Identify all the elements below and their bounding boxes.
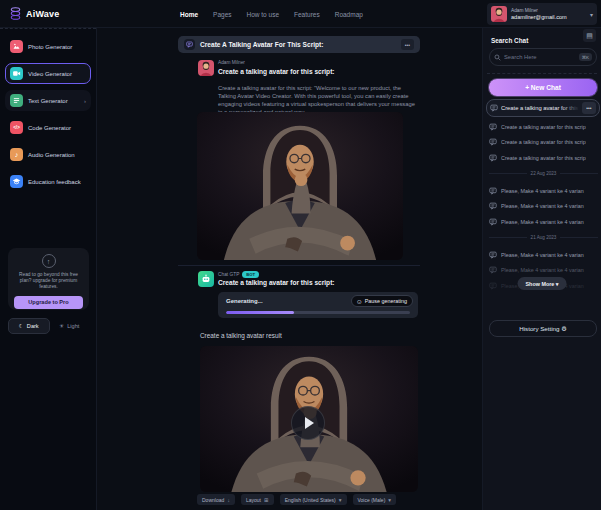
nav-features[interactable]: Features <box>294 11 320 18</box>
left-sidebar: Photo Generator Video Generator Text Gen… <box>0 28 97 510</box>
sidebar-item-video-generator[interactable]: Video Generator <box>5 63 91 84</box>
history-item[interactable]: Please, Make 4 variant ke 4 varian <box>489 202 598 211</box>
light-mode-button[interactable]: ☀Light <box>50 318 90 334</box>
history-item[interactable]: Please, Make 4 variant ke 4 varian <box>489 266 598 275</box>
upgrade-text: Read to go beyond this free plan? upgrad… <box>14 272 83 290</box>
result-label: Create a talking avatar result <box>200 332 282 339</box>
sidebar-item-photo-generator[interactable]: Photo Generator <box>5 36 91 57</box>
chat-main: Create A Talking Avatar For This Script:… <box>97 28 482 510</box>
nav-how-to-use[interactable]: How to use <box>247 11 280 18</box>
avatar <box>491 6 507 22</box>
play-button[interactable] <box>291 406 325 440</box>
generating-card: Generating... ⊙ Pause generating <box>218 292 418 318</box>
pause-generating-button[interactable]: ⊙ Pause generating <box>351 295 413 307</box>
search-icon <box>494 54 501 61</box>
history-item[interactable]: Please, Make 4 variant ke 4 varian <box>489 250 598 259</box>
chat-icon <box>489 154 497 162</box>
history-date-divider: 21 Aug 2023 <box>489 233 598 242</box>
chat-title: Create A Talking Avatar For This Script: <box>200 41 323 48</box>
sidebar-item-label: Video Generator <box>28 71 72 77</box>
chevron-down-icon: ▾ <box>339 497 342 503</box>
active-chat-item[interactable]: Create a talking avatar for this scrip •… <box>486 99 600 117</box>
chat-icon <box>489 138 497 146</box>
user-email: adamilner@gmail.com <box>511 14 567 21</box>
generating-label: Generating... <box>226 298 263 304</box>
chat-icon <box>489 251 497 259</box>
sidebar-item-education-feedback[interactable]: Education feedback <box>5 171 91 192</box>
progress-fill <box>226 311 294 314</box>
sidebar-item-label: Text Generator <box>28 98 68 104</box>
chat-title-icon <box>184 39 195 50</box>
history-item[interactable]: Please, Make 4 variant ke 4 varian <box>489 217 598 226</box>
chat-title-bar: Create A Talking Avatar For This Script:… <box>178 36 420 53</box>
main-nav: Home Pages How to use Features Roadmap <box>180 0 363 28</box>
history-item[interactable]: Create a talking avatar for this scrip <box>489 138 598 147</box>
voice-select[interactable]: Voice (Male)▾ <box>353 494 397 505</box>
brand-name: AiWave <box>26 9 59 19</box>
sidebar-item-label: Education feedback <box>28 179 81 185</box>
nav-roadmap[interactable]: Roadmap <box>335 11 363 18</box>
sun-icon: ☀ <box>59 323 64 329</box>
result-actions: Download↓ Layout⊞ English (United States… <box>197 494 396 505</box>
dark-mode-button[interactable]: ☾Dark <box>8 318 50 334</box>
history-item[interactable]: Create a talking avatar for this scrip <box>489 122 598 131</box>
user-message-author: Adam Milner <box>218 60 245 65</box>
sidebar-item-code-generator[interactable]: </> Code Generator <box>5 117 91 138</box>
bot-avatar-icon <box>198 271 214 287</box>
message-divider <box>178 265 420 266</box>
upgrade-card: ↑ Read to go beyond this free plan? upgr… <box>8 248 89 310</box>
search-input[interactable] <box>504 54 576 60</box>
video-icon <box>10 67 23 80</box>
active-chat-label: Create a talking avatar for this scrip <box>501 105 579 111</box>
code-icon: </> <box>10 121 23 134</box>
chat-icon <box>490 104 498 112</box>
chat-icon <box>489 282 497 290</box>
sidebar-item-label: Audio Generation <box>28 152 75 158</box>
search-chat-heading: Search Chat <box>491 37 528 44</box>
download-icon: ↓ <box>227 497 230 503</box>
nav-pages[interactable]: Pages <box>213 11 231 18</box>
history-item[interactable]: Create a talking avatar for this scrip <box>489 153 598 162</box>
history-date-divider: 22 Aug 2023 <box>489 169 598 178</box>
layout-icon: ⊞ <box>264 497 269 503</box>
bot-badge: BOT <box>242 271 259 278</box>
pause-icon: ⊙ <box>357 298 362 305</box>
chat-icon <box>489 187 497 195</box>
chat-history-list: Create a talking avatar for this scrip C… <box>489 122 598 297</box>
chat-icon <box>489 202 497 210</box>
user-message-heading: Create a talking avatar for this script: <box>218 68 335 75</box>
new-chat-button[interactable]: + New Chat <box>489 79 597 96</box>
search-box: ⌘K <box>489 48 597 66</box>
history-setting-button[interactable]: History Setting ⚙ <box>489 320 597 337</box>
play-icon <box>305 417 314 429</box>
sidebar-item-label: Photo Generator <box>28 44 72 50</box>
history-item[interactable]: Please, Make 4 variant ke 4 varian <box>489 186 598 195</box>
arrow-up-icon: ↑ <box>42 254 56 268</box>
upgrade-to-pro-button[interactable]: Upgrade to Pro <box>14 296 83 309</box>
text-icon <box>10 94 23 107</box>
sidebar-item-audio-generation[interactable]: ♪ Audio Generation <box>5 144 91 165</box>
chat-item-menu-button[interactable]: ••• <box>582 102 596 114</box>
aiwave-logo-icon <box>9 6 22 21</box>
divider <box>487 73 597 74</box>
chevron-right-icon: › <box>84 98 86 104</box>
layout-button[interactable]: Layout⊞ <box>241 494 274 505</box>
search-shortcut-badge: ⌘K <box>579 53 592 61</box>
nav-home[interactable]: Home <box>180 11 198 18</box>
download-button[interactable]: Download↓ <box>197 494 235 505</box>
brand[interactable]: AiWave <box>9 6 59 21</box>
progress-bar <box>226 311 410 314</box>
show-more-button[interactable]: Show More ▾ <box>518 277 567 290</box>
panel-collapse-icon[interactable]: ▤ <box>583 29 596 42</box>
right-panel: ▤ Search Chat ⌘K + New Chat Create a tal… <box>482 28 601 510</box>
sidebar-item-text-generator[interactable]: Text Generator › <box>5 90 91 111</box>
app-root: AiWave Home Pages How to use Features Ro… <box>0 0 601 510</box>
chevron-down-icon: ▾ <box>388 497 391 503</box>
chat-icon <box>489 266 497 274</box>
bot-message-heading: Create a talking avatar for this script: <box>218 279 335 286</box>
chat-menu-button[interactable]: ••• <box>401 39 414 50</box>
script-reference-image <box>197 112 403 260</box>
user-profile-menu[interactable]: Adam Milner adamilner@gmail.com ▾ <box>487 3 597 25</box>
theme-toggle: ☾Dark ☀Light <box>8 318 89 334</box>
language-select[interactable]: English (United States)▾ <box>280 494 347 505</box>
